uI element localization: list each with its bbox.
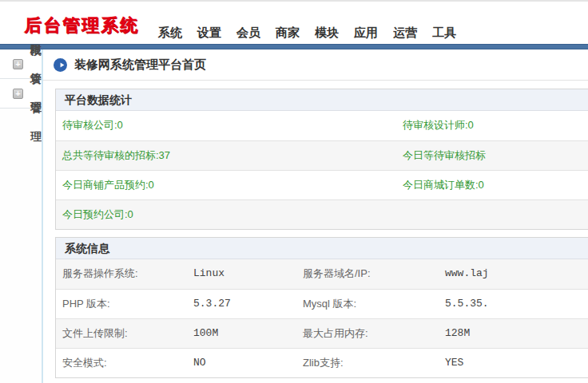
system-panel-title: 系统信息 xyxy=(56,238,588,259)
nav-item-tools[interactable]: 工具 xyxy=(432,26,456,41)
content-area: 装修网系统管理平台首页 平台数据统计 待审核公司:0 待审核设计师:0 总共等待… xyxy=(43,49,588,383)
nav-item-modules[interactable]: 模块 xyxy=(315,26,339,41)
stat-pending-designers: 待审核设计师:0 xyxy=(403,111,588,140)
nav-item-operations[interactable]: 运营 xyxy=(393,26,417,41)
label-safe-mode: 安全模式: xyxy=(62,349,193,377)
value-php-version: 5.3.27 xyxy=(193,290,303,318)
stat-pending-companies: 待审核公司:0 xyxy=(62,111,403,140)
value-server-os: Linux xyxy=(193,259,303,289)
content-body: 平台数据统计 待审核公司:0 待审核设计师:0 总共等待审核的招标:37 今日等… xyxy=(43,81,588,378)
arrow-circle-icon xyxy=(54,58,67,72)
stats-row: 今日预约公司:0 xyxy=(56,199,588,229)
stats-row: 总共等待审核的招标:37 今日等待审核招标 xyxy=(56,140,588,170)
stat-empty-cell xyxy=(403,200,588,229)
label-php-version: PHP 版本: xyxy=(62,290,193,318)
page-title-bar: 装修网系统管理平台首页 xyxy=(43,49,588,81)
nav-item-system[interactable]: 系统 xyxy=(158,26,182,41)
value-max-memory: 128M xyxy=(445,319,588,348)
label-zlib-support: Zlib支持: xyxy=(303,349,445,377)
nav-item-settings[interactable]: 设置 xyxy=(197,26,221,41)
main-region: + 权限管理 + 模块管理 装修网系统管理平台首页 平台数据统计 待审核公司:0… xyxy=(0,49,588,383)
system-row: PHP 版本: 5.3.27 Mysql 版本: 5.5.35. xyxy=(56,289,588,318)
nav-item-apps[interactable]: 应用 xyxy=(354,26,378,41)
page-title: 装修网系统管理平台首页 xyxy=(74,57,206,73)
stats-row: 待审核公司:0 待审核设计师:0 xyxy=(56,111,588,140)
sidebar-item-modules[interactable]: + 模块管理 xyxy=(0,79,42,109)
value-server-domain: www.laj xyxy=(445,259,588,289)
stat-today-mall-orders: 今日商城订单数:0 xyxy=(403,171,588,199)
stat-today-shop-bookings: 今日商铺产品预约:0 xyxy=(62,171,403,199)
label-server-os: 服务器操作系统: xyxy=(62,259,193,289)
nav-divider-bar xyxy=(0,44,588,49)
nav-item-merchants[interactable]: 商家 xyxy=(276,26,300,41)
system-row: 文件上传限制: 100M 最大占用内存: 128M xyxy=(56,318,588,348)
value-upload-limit: 100M xyxy=(193,319,303,348)
plus-expand-icon[interactable]: + xyxy=(13,59,23,69)
stats-row: 今日商铺产品预约:0 今日商城订单数:0 xyxy=(56,170,588,199)
value-zlib-support: YES xyxy=(445,349,588,377)
label-max-memory: 最大占用内存: xyxy=(303,319,445,348)
system-row: 安全模式: NO Zlib支持: YES xyxy=(56,348,588,377)
stat-today-booked-companies: 今日预约公司:0 xyxy=(62,200,403,229)
value-safe-mode: NO xyxy=(193,349,303,377)
label-server-domain: 服务器域名/IP: xyxy=(303,259,445,289)
label-upload-limit: 文件上传限制: xyxy=(62,319,193,348)
stats-panel-title: 平台数据统计 xyxy=(56,89,588,111)
value-mysql-version: 5.5.35. xyxy=(445,290,588,318)
sidebar-item-label: 模块管理 xyxy=(30,36,42,151)
plus-expand-icon[interactable]: + xyxy=(13,89,23,99)
topbar: 后台管理系统 系统 设置 会员 商家 模块 应用 运营 工具 xyxy=(0,2,588,44)
stat-today-pending-bids: 今日等待审核招标 xyxy=(403,141,588,170)
app-logo: 后台管理系统 xyxy=(24,14,139,38)
system-info-panel: 系统信息 服务器操作系统: Linux 服务器域名/IP: www.laj PH… xyxy=(55,237,588,378)
label-mysql-version: Mysql 版本: xyxy=(303,290,445,318)
sidebar: + 权限管理 + 模块管理 xyxy=(0,49,42,383)
nav-item-members[interactable]: 会员 xyxy=(236,26,260,41)
system-row: 服务器操作系统: Linux 服务器域名/IP: www.laj xyxy=(56,259,588,289)
stats-panel: 平台数据统计 待审核公司:0 待审核设计师:0 总共等待审核的招标:37 今日等… xyxy=(55,89,588,230)
stat-total-pending-bids: 总共等待审核的招标:37 xyxy=(62,141,403,170)
main-nav: 系统 设置 会员 商家 模块 应用 运营 工具 xyxy=(158,26,456,41)
